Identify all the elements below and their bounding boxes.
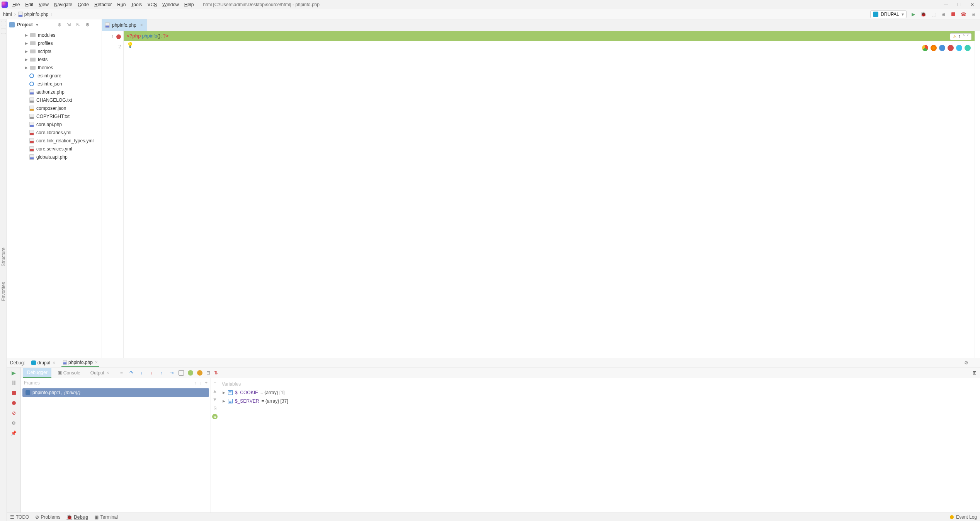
hide-panel-icon[interactable]: — xyxy=(94,22,99,27)
coverage-button[interactable]: ⬚ xyxy=(930,11,937,18)
file-eslintrc[interactable]: .eslintrc.json xyxy=(7,80,102,88)
favorites-tool[interactable]: Favorites xyxy=(1,282,6,301)
edge-icon[interactable] xyxy=(965,45,971,51)
stop-debug-button[interactable] xyxy=(11,390,17,396)
chrome-icon[interactable] xyxy=(922,45,928,51)
file-copyright[interactable]: COPYRIGHT.txt xyxy=(7,112,102,120)
menu-vcs[interactable]: VCS xyxy=(145,1,159,8)
folder-tests[interactable]: ▶tests xyxy=(7,55,102,63)
debug-tool[interactable]: 🐞Debug xyxy=(66,514,88,520)
view-breakpoints-button[interactable] xyxy=(11,400,17,406)
thread-list-icon[interactable]: ⊟ xyxy=(206,370,210,376)
layout-settings-icon[interactable]: ⊞ xyxy=(971,370,978,376)
breadcrumb-root[interactable]: html› xyxy=(3,12,17,17)
menu-refactor[interactable]: Refactor xyxy=(92,1,114,8)
menu-tools[interactable]: Tools xyxy=(129,1,144,8)
breadcrumb-file[interactable]: phpinfo.php› xyxy=(18,12,53,17)
menu-edit[interactable]: Edit xyxy=(23,1,36,8)
expand-all-icon[interactable]: ⇲ xyxy=(66,22,71,27)
folder-modules[interactable]: ▶modules xyxy=(7,31,102,39)
menu-view[interactable]: View xyxy=(36,1,51,8)
problems-tool[interactable]: ⊘Problems xyxy=(35,514,60,520)
collapse-all-icon[interactable]: ⇱ xyxy=(75,22,81,27)
down-icon[interactable]: ▼ xyxy=(212,397,218,402)
step-out-icon[interactable]: ↑ xyxy=(158,370,165,376)
structure-tool[interactable]: Structure xyxy=(1,248,6,266)
file-changelog[interactable]: CHANGELOG.txt xyxy=(7,96,102,104)
firefox-icon[interactable] xyxy=(931,45,937,51)
run-configuration-selector[interactable]: DRUPAL ▾ xyxy=(870,10,907,18)
file-globalsapi[interactable]: globals.api.php xyxy=(7,153,102,161)
memory-icon[interactable] xyxy=(197,370,202,376)
menu-navigate[interactable]: Navigate xyxy=(52,1,75,8)
debug-settings-icon[interactable]: ⚙ xyxy=(964,360,968,366)
sort-icon[interactable]: ⇅ xyxy=(214,370,218,376)
inspection-widget[interactable]: ⚠ 1 ˄ ˅ xyxy=(950,33,971,40)
terminal-tool[interactable]: ▣Terminal xyxy=(94,514,117,520)
settings-icon[interactable]: ⚙ xyxy=(85,22,90,27)
close-icon[interactable]: × xyxy=(53,360,55,366)
resume-button[interactable]: ▶ xyxy=(11,370,17,376)
debugger-tab[interactable]: Debugger xyxy=(23,368,51,378)
debug-tab-phpinfo[interactable]: phpinfo.php× xyxy=(61,359,99,367)
debug-settings-button[interactable]: ⚙ xyxy=(11,420,17,426)
run-to-cursor-icon[interactable]: ⇥ xyxy=(168,370,175,376)
close-icon[interactable]: × xyxy=(95,360,98,365)
close-tab-icon[interactable]: × xyxy=(140,22,143,28)
commit-tool-icon[interactable] xyxy=(1,29,6,34)
tab-phpinfo[interactable]: phpinfo.php × xyxy=(102,19,147,31)
add-frame-icon[interactable]: + xyxy=(205,380,208,386)
menu-file[interactable]: File xyxy=(10,1,22,8)
run-button[interactable]: ▶ xyxy=(910,11,917,18)
select-opened-icon[interactable]: ⊕ xyxy=(57,22,62,27)
maximize-button[interactable]: ☐ xyxy=(954,1,964,8)
file-composer[interactable]: composer.json xyxy=(7,104,102,112)
variable-cookie[interactable]: ▶ $_COOKIE = {array} [1] xyxy=(219,388,980,397)
editor-body[interactable]: 1 2 <?php phpinfo(); ?> 💡 ⚠ xyxy=(102,31,980,358)
ie-icon[interactable] xyxy=(956,45,962,51)
file-eslintignore[interactable]: .eslintignore xyxy=(7,72,102,80)
force-step-into-icon[interactable]: ↓ xyxy=(148,370,155,376)
menu-code[interactable]: Code xyxy=(75,1,91,8)
folder-profiles[interactable]: ▶profiles xyxy=(7,39,102,47)
copy-icon[interactable]: ⎘ xyxy=(212,405,218,411)
close-window-button[interactable]: ✕ xyxy=(968,1,977,8)
mute-breakpoints-button[interactable]: ⊘ xyxy=(11,410,17,416)
project-tool-icon[interactable] xyxy=(1,21,6,26)
listen-debug-button[interactable]: ☎ xyxy=(960,11,967,18)
step-into-icon[interactable]: ↓ xyxy=(138,370,145,376)
file-corelibs[interactable]: core.libraries.yml xyxy=(7,128,102,137)
todo-tool[interactable]: ☰TODO xyxy=(10,514,29,520)
file-authorize[interactable]: authorize.php xyxy=(7,88,102,96)
menu-run[interactable]: Run xyxy=(115,1,128,8)
breakpoint-icon[interactable] xyxy=(116,34,121,39)
output-tab[interactable]: Output × xyxy=(87,369,113,377)
hide-debug-icon[interactable]: — xyxy=(972,360,977,366)
folder-scripts[interactable]: ▶scripts xyxy=(7,47,102,55)
search-everywhere-button[interactable]: ⊟ xyxy=(970,11,977,18)
chevron-down-icon[interactable]: ▾ xyxy=(36,22,38,27)
stack-frame[interactable]: phpinfo.php:1, {main}() xyxy=(22,388,209,397)
infinite-icon[interactable]: ∞ xyxy=(212,414,218,419)
opera-icon[interactable] xyxy=(948,45,954,51)
file-coreservices[interactable]: core.services.yml xyxy=(7,145,102,153)
folder-themes[interactable]: ▶themes xyxy=(7,63,102,72)
file-coreapi[interactable]: core.api.php xyxy=(7,120,102,128)
minus-icon[interactable]: − xyxy=(212,380,218,385)
expand-icon[interactable]: ▶ xyxy=(222,399,226,403)
intention-bulb-icon[interactable]: 💡 xyxy=(127,42,133,48)
stop-button[interactable] xyxy=(950,11,957,18)
next-frame-icon[interactable]: ↓ xyxy=(199,380,202,386)
code-area[interactable]: <?php phpinfo(); ?> 💡 ⚠ 1 ˄ ˅ xyxy=(124,31,975,358)
up-icon[interactable]: ▲ xyxy=(212,388,218,394)
minimize-button[interactable]: — xyxy=(941,1,951,8)
close-icon[interactable]: × xyxy=(106,370,109,376)
console-tab[interactable]: ▣Console xyxy=(54,369,84,377)
pin-tab-button[interactable]: 📌 xyxy=(11,430,17,436)
evaluate-expression-icon[interactable] xyxy=(179,370,184,376)
show-execution-icon[interactable]: ≡ xyxy=(118,370,124,376)
menu-help[interactable]: Help xyxy=(182,1,196,8)
variable-server[interactable]: ▶ $_SERVER = {array} [37] xyxy=(219,397,980,405)
expand-icon[interactable]: ▶ xyxy=(222,391,226,395)
step-over-icon[interactable]: ↷ xyxy=(128,370,134,376)
